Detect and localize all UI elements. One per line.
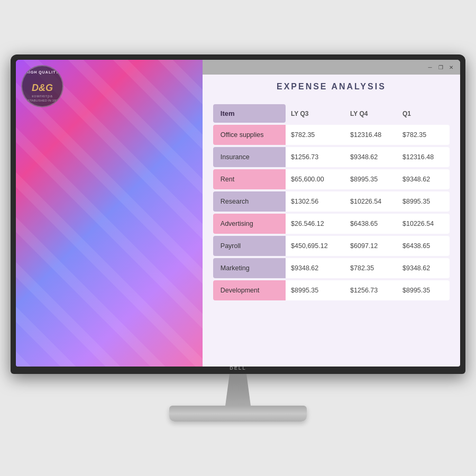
monitor-inner: HIGH QUALITY D&G компютра ESTABLISHED IN… xyxy=(16,60,460,367)
minimize-btn[interactable]: ─ xyxy=(426,63,434,71)
cell-lyq3-2: $65,600.00 xyxy=(286,169,345,189)
screen: HIGH QUALITY D&G компютра ESTABLISHED IN… xyxy=(16,60,460,367)
expense-table: Item LY Q3 LY Q4 Q1 Office supplies$782.… xyxy=(213,102,450,303)
cell-q1-2: $9348.62 xyxy=(397,169,450,189)
cell-item-7: Development xyxy=(213,280,286,300)
table-row: Research$1302.56$10226.54$8995.35 xyxy=(213,191,450,212)
monitor-wrapper: HIGH QUALITY D&G компютра ESTABLISHED IN… xyxy=(11,54,465,422)
table-row: Payroll$450,695.12$6097.12$6438.65 xyxy=(213,236,450,256)
stand-base xyxy=(169,406,307,422)
cell-lyq3-3: $1302.56 xyxy=(286,191,345,212)
watermark: HIGH QUALITY D&G компютра ESTABLISHED IN… xyxy=(21,65,63,107)
cell-lyq3-7: $8995.35 xyxy=(286,280,345,300)
cell-item-4: Advertising xyxy=(213,214,286,234)
watermark-top-text: HIGH QUALITY xyxy=(26,70,59,74)
cell-lyq4-4: $6438.65 xyxy=(345,214,397,234)
cell-q1-6: $9348.62 xyxy=(397,258,450,278)
table-row: Marketing$9348.62$782.35$9348.62 xyxy=(213,258,450,278)
cell-q1-4: $10226.54 xyxy=(397,214,450,234)
cell-lyq3-1: $1256.73 xyxy=(286,147,345,167)
titlebar: ─ ❐ ✕ xyxy=(203,60,460,75)
cell-item-1: Insurance xyxy=(213,147,286,167)
cell-q1-0: $782.35 xyxy=(397,125,450,145)
content-area: EXPENSE ANALYSIS Item LY Q3 LY Q4 Q1 Off… xyxy=(203,60,460,367)
cell-q1-3: $8995.35 xyxy=(397,191,450,212)
cell-lyq3-6: $9348.62 xyxy=(286,258,345,278)
table-header-row: Item LY Q3 LY Q4 Q1 xyxy=(213,104,450,123)
table-row: Insurance$1256.73$9348.62$12316.48 xyxy=(213,147,450,167)
cell-lyq3-0: $782.35 xyxy=(286,125,345,145)
stand-neck xyxy=(217,374,259,406)
cell-lyq4-2: $8995.35 xyxy=(345,169,397,189)
col-header-q1: Q1 xyxy=(397,104,450,123)
monitor-frame: HIGH QUALITY D&G компютра ESTABLISHED IN… xyxy=(11,54,465,374)
watermark-logo: D&G xyxy=(32,83,53,94)
cell-lyq3-5: $450,695.12 xyxy=(286,236,345,256)
watermark-sub: компютра xyxy=(32,94,53,98)
cell-item-0: Office supplies xyxy=(213,125,286,145)
cell-lyq4-0: $12316.48 xyxy=(345,125,397,145)
cell-lyq4-5: $6097.12 xyxy=(345,236,397,256)
cell-q1-1: $12316.48 xyxy=(397,147,450,167)
cell-q1-5: $6438.65 xyxy=(397,236,450,256)
col-header-lyq3: LY Q3 xyxy=(286,104,345,123)
cell-lyq3-4: $26.546.12 xyxy=(286,214,345,234)
cell-item-2: Rent xyxy=(213,169,286,189)
cell-item-6: Marketing xyxy=(213,258,286,278)
table-row: Development$8995.35$1256.73$8995.35 xyxy=(213,280,450,300)
col-header-item: Item xyxy=(213,104,286,123)
table-row: Rent$65,600.00$8995.35$9348.62 xyxy=(213,169,450,189)
restore-btn[interactable]: ❐ xyxy=(437,63,444,71)
page-title: EXPENSE ANALYSIS xyxy=(213,82,450,91)
cell-lyq4-1: $9348.62 xyxy=(345,147,397,167)
table-row: Office supplies$782.35$12316.48$782.35 xyxy=(213,125,450,145)
cell-lyq4-3: $10226.54 xyxy=(345,191,397,212)
cell-item-3: Research xyxy=(213,191,286,212)
col-header-lyq4: LY Q4 xyxy=(345,104,397,123)
watermark-established: ESTABLISHED IN 1992 xyxy=(25,99,59,102)
table-row: Advertising$26.546.12$6438.65$10226.54 xyxy=(213,214,450,234)
cell-q1-7: $8995.35 xyxy=(397,280,450,300)
cell-lyq4-7: $1256.73 xyxy=(345,280,397,300)
dell-logo: DELL xyxy=(230,365,246,371)
cell-item-5: Payroll xyxy=(213,236,286,256)
cell-lyq4-6: $782.35 xyxy=(345,258,397,278)
close-btn[interactable]: ✕ xyxy=(447,63,455,71)
